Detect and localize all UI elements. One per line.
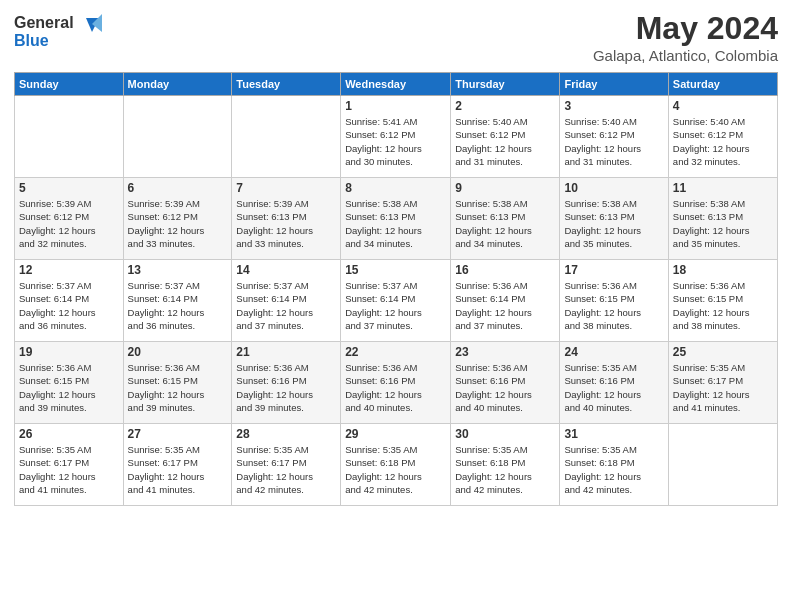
day-number: 15 (345, 263, 446, 277)
day-info: Sunrise: 5:37 AM Sunset: 6:14 PM Dayligh… (128, 279, 228, 332)
calendar-cell: 27Sunrise: 5:35 AM Sunset: 6:17 PM Dayli… (123, 424, 232, 506)
calendar-cell: 9Sunrise: 5:38 AM Sunset: 6:13 PM Daylig… (451, 178, 560, 260)
day-info: Sunrise: 5:36 AM Sunset: 6:14 PM Dayligh… (455, 279, 555, 332)
day-info: Sunrise: 5:35 AM Sunset: 6:18 PM Dayligh… (564, 443, 663, 496)
day-info: Sunrise: 5:38 AM Sunset: 6:13 PM Dayligh… (673, 197, 773, 250)
day-info: Sunrise: 5:35 AM Sunset: 6:17 PM Dayligh… (128, 443, 228, 496)
calendar-week-row: 1Sunrise: 5:41 AM Sunset: 6:12 PM Daylig… (15, 96, 778, 178)
calendar-cell: 10Sunrise: 5:38 AM Sunset: 6:13 PM Dayli… (560, 178, 668, 260)
main-title: May 2024 (593, 10, 778, 47)
day-number: 13 (128, 263, 228, 277)
day-number: 3 (564, 99, 663, 113)
weekday-header: Monday (123, 73, 232, 96)
calendar-cell: 16Sunrise: 5:36 AM Sunset: 6:14 PM Dayli… (451, 260, 560, 342)
day-info: Sunrise: 5:37 AM Sunset: 6:14 PM Dayligh… (236, 279, 336, 332)
day-info: Sunrise: 5:40 AM Sunset: 6:12 PM Dayligh… (455, 115, 555, 168)
day-number: 8 (345, 181, 446, 195)
day-number: 9 (455, 181, 555, 195)
day-number: 2 (455, 99, 555, 113)
day-number: 31 (564, 427, 663, 441)
calendar-cell: 20Sunrise: 5:36 AM Sunset: 6:15 PM Dayli… (123, 342, 232, 424)
day-number: 7 (236, 181, 336, 195)
title-area: May 2024 Galapa, Atlantico, Colombia (593, 10, 778, 64)
day-info: Sunrise: 5:39 AM Sunset: 6:13 PM Dayligh… (236, 197, 336, 250)
page: General Blue May 2024 Galapa, Atlantico,… (0, 0, 792, 612)
calendar-cell: 2Sunrise: 5:40 AM Sunset: 6:12 PM Daylig… (451, 96, 560, 178)
calendar-cell: 11Sunrise: 5:38 AM Sunset: 6:13 PM Dayli… (668, 178, 777, 260)
day-info: Sunrise: 5:36 AM Sunset: 6:15 PM Dayligh… (128, 361, 228, 414)
day-number: 18 (673, 263, 773, 277)
calendar-week-row: 19Sunrise: 5:36 AM Sunset: 6:15 PM Dayli… (15, 342, 778, 424)
calendar-cell: 8Sunrise: 5:38 AM Sunset: 6:13 PM Daylig… (341, 178, 451, 260)
calendar-cell: 13Sunrise: 5:37 AM Sunset: 6:14 PM Dayli… (123, 260, 232, 342)
day-number: 6 (128, 181, 228, 195)
day-info: Sunrise: 5:36 AM Sunset: 6:16 PM Dayligh… (455, 361, 555, 414)
calendar-cell: 21Sunrise: 5:36 AM Sunset: 6:16 PM Dayli… (232, 342, 341, 424)
calendar-cell: 17Sunrise: 5:36 AM Sunset: 6:15 PM Dayli… (560, 260, 668, 342)
day-info: Sunrise: 5:38 AM Sunset: 6:13 PM Dayligh… (455, 197, 555, 250)
day-info: Sunrise: 5:35 AM Sunset: 6:16 PM Dayligh… (564, 361, 663, 414)
day-info: Sunrise: 5:41 AM Sunset: 6:12 PM Dayligh… (345, 115, 446, 168)
day-number: 10 (564, 181, 663, 195)
svg-text:Blue: Blue (14, 32, 49, 49)
weekday-header: Saturday (668, 73, 777, 96)
calendar-cell: 23Sunrise: 5:36 AM Sunset: 6:16 PM Dayli… (451, 342, 560, 424)
day-info: Sunrise: 5:37 AM Sunset: 6:14 PM Dayligh… (345, 279, 446, 332)
day-info: Sunrise: 5:36 AM Sunset: 6:15 PM Dayligh… (564, 279, 663, 332)
weekday-header-row: SundayMondayTuesdayWednesdayThursdayFrid… (15, 73, 778, 96)
logo-area: General Blue (14, 10, 104, 59)
calendar-cell: 22Sunrise: 5:36 AM Sunset: 6:16 PM Dayli… (341, 342, 451, 424)
day-info: Sunrise: 5:35 AM Sunset: 6:17 PM Dayligh… (19, 443, 119, 496)
day-info: Sunrise: 5:37 AM Sunset: 6:14 PM Dayligh… (19, 279, 119, 332)
day-number: 21 (236, 345, 336, 359)
day-number: 26 (19, 427, 119, 441)
day-number: 16 (455, 263, 555, 277)
calendar-cell: 7Sunrise: 5:39 AM Sunset: 6:13 PM Daylig… (232, 178, 341, 260)
calendar-cell: 30Sunrise: 5:35 AM Sunset: 6:18 PM Dayli… (451, 424, 560, 506)
calendar-week-row: 12Sunrise: 5:37 AM Sunset: 6:14 PM Dayli… (15, 260, 778, 342)
day-number: 28 (236, 427, 336, 441)
day-info: Sunrise: 5:39 AM Sunset: 6:12 PM Dayligh… (128, 197, 228, 250)
day-number: 23 (455, 345, 555, 359)
calendar-week-row: 5Sunrise: 5:39 AM Sunset: 6:12 PM Daylig… (15, 178, 778, 260)
day-number: 14 (236, 263, 336, 277)
day-info: Sunrise: 5:36 AM Sunset: 6:16 PM Dayligh… (345, 361, 446, 414)
calendar-cell: 18Sunrise: 5:36 AM Sunset: 6:15 PM Dayli… (668, 260, 777, 342)
day-info: Sunrise: 5:38 AM Sunset: 6:13 PM Dayligh… (564, 197, 663, 250)
day-number: 11 (673, 181, 773, 195)
day-number: 12 (19, 263, 119, 277)
svg-text:General: General (14, 14, 74, 31)
calendar-cell: 15Sunrise: 5:37 AM Sunset: 6:14 PM Dayli… (341, 260, 451, 342)
calendar-cell (123, 96, 232, 178)
calendar-cell: 12Sunrise: 5:37 AM Sunset: 6:14 PM Dayli… (15, 260, 124, 342)
weekday-header: Tuesday (232, 73, 341, 96)
day-info: Sunrise: 5:39 AM Sunset: 6:12 PM Dayligh… (19, 197, 119, 250)
day-info: Sunrise: 5:35 AM Sunset: 6:17 PM Dayligh… (673, 361, 773, 414)
day-info: Sunrise: 5:36 AM Sunset: 6:16 PM Dayligh… (236, 361, 336, 414)
day-number: 30 (455, 427, 555, 441)
day-number: 29 (345, 427, 446, 441)
day-number: 25 (673, 345, 773, 359)
day-info: Sunrise: 5:36 AM Sunset: 6:15 PM Dayligh… (19, 361, 119, 414)
day-number: 20 (128, 345, 228, 359)
day-number: 1 (345, 99, 446, 113)
calendar-cell: 31Sunrise: 5:35 AM Sunset: 6:18 PM Dayli… (560, 424, 668, 506)
calendar-cell: 26Sunrise: 5:35 AM Sunset: 6:17 PM Dayli… (15, 424, 124, 506)
day-number: 22 (345, 345, 446, 359)
calendar-cell (668, 424, 777, 506)
day-number: 17 (564, 263, 663, 277)
day-number: 19 (19, 345, 119, 359)
calendar-cell: 4Sunrise: 5:40 AM Sunset: 6:12 PM Daylig… (668, 96, 777, 178)
day-info: Sunrise: 5:35 AM Sunset: 6:18 PM Dayligh… (345, 443, 446, 496)
day-number: 5 (19, 181, 119, 195)
weekday-header: Friday (560, 73, 668, 96)
day-info: Sunrise: 5:35 AM Sunset: 6:17 PM Dayligh… (236, 443, 336, 496)
day-number: 4 (673, 99, 773, 113)
header: General Blue May 2024 Galapa, Atlantico,… (14, 10, 778, 64)
calendar-cell (232, 96, 341, 178)
calendar-cell: 25Sunrise: 5:35 AM Sunset: 6:17 PM Dayli… (668, 342, 777, 424)
subtitle: Galapa, Atlantico, Colombia (593, 47, 778, 64)
calendar-cell: 19Sunrise: 5:36 AM Sunset: 6:15 PM Dayli… (15, 342, 124, 424)
day-number: 24 (564, 345, 663, 359)
logo: General Blue (14, 10, 104, 59)
